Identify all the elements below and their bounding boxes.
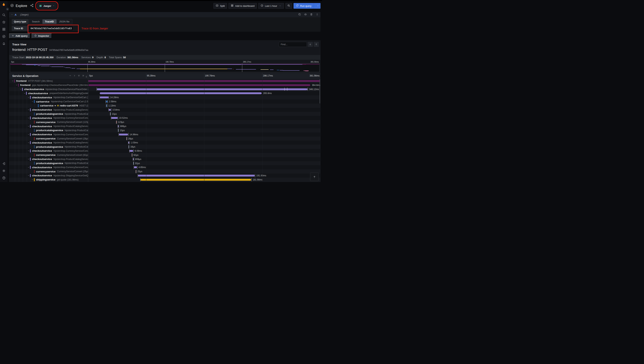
span-bar-cell[interactable]: 10.52ms [88,116,320,120]
chevron-down-icon[interactable] [27,117,30,119]
span-duration-bar[interactable] [109,109,111,111]
run-query-caret[interactable] [315,3,320,9]
add-to-dashboard-button[interactable]: Add to dashboard [229,3,257,9]
span-bar-cell[interactable]: 1.03ms [88,140,320,145]
chevron-down-icon[interactable] [27,174,30,176]
span-name-cell[interactable]: productcatalogservicehipstershop.Product… [9,112,88,116]
span-row[interactable]: checkoutservicehipstershop.ProductCatalo… [9,157,320,161]
span-bar-cell[interactable]: 886μs [88,124,320,128]
chevron-down-icon[interactable] [23,92,26,94]
tab-traceid[interactable]: TraceID [43,20,57,24]
add-query-button[interactable]: Add query [9,33,30,38]
span-bar-cell[interactable]: 364.6ms [88,83,320,87]
span-name-cell[interactable]: checkoutservicehipstershop.ProductCatalo… [9,124,88,128]
disable-query-eye-icon[interactable] [304,13,307,16]
span-row[interactable]: checkoutservicehipstershop.ShippingServi… [9,174,320,178]
span-name-cell[interactable]: checkoutservicehipstershop.CurrencyServi… [9,149,88,153]
span-bar-cell[interactable]: 16μs [88,145,320,149]
span-name-cell[interactable]: currencyserviceCurrencyService/Convert (… [9,120,88,124]
span-name-cell[interactable]: cartserviceredis-cart:6379HGET (1.13ms) [9,104,88,108]
timeline-minimap[interactable]: 0μs95.39ms190.78ms286.17ms381.56ms [10,61,320,72]
sidebar-item-star star-icon[interactable] [0,19,8,26]
span-bar-cell[interactable]: 28μs [88,136,320,141]
span-row[interactable]: currencyserviceCurrencyService/Convert (… [9,120,320,124]
trace-id-input[interactable] [29,26,74,31]
span-name-cell[interactable]: checkoutserviceprepareOrderItemsAndShipp… [9,91,88,95]
span-duration-bar[interactable] [89,84,310,86]
span-name-cell[interactable]: frontendgrpc.hipstershop.CheckoutService… [9,83,88,87]
span-row[interactable]: shippingserviceget-quote (181.98ms)181.9… [9,178,320,182]
inspector-button[interactable]: Inspector [32,33,52,38]
span-duration-bar[interactable] [97,88,308,90]
span-row[interactable]: frontendgrpc.hipstershop.CheckoutService… [9,83,320,87]
tab-search[interactable]: Search [29,20,42,24]
span-name-cell[interactable]: checkoutservicehipstershop.CheckoutServi… [9,87,88,92]
span-name-cell[interactable]: currencyserviceCurrencyService/Convert (… [9,170,88,174]
span-bar-cell[interactable]: 4.65ms [88,165,320,170]
span-row[interactable]: productcatalogservicehipstershop.Product… [9,128,320,132]
span-name-cell[interactable]: checkoutservicehipstershop.ProductCatalo… [9,157,88,161]
span-bar-cell[interactable]: 346.12ms [88,87,320,92]
span-bar-cell[interactable]: 13μs [88,128,320,132]
span-name-cell[interactable]: cartservicehipstershop.CartService/GetCa… [9,100,88,104]
find-prev-button[interactable] [314,42,319,47]
sidebar-item-bell bell-icon[interactable] [0,40,8,47]
span-name-cell[interactable]: currencyserviceCurrencyService/Convert (… [9,153,88,157]
span-bar-cell[interactable]: 1.13ms [88,104,320,108]
span-row[interactable]: currencyserviceCurrencyService/Convert (… [9,153,320,157]
share-icon[interactable] [30,4,34,8]
span-bar-cell[interactable]: 32μs [88,161,320,166]
sidebar-expand-button[interactable]: > [6,7,10,11]
span-row[interactable]: productcatalogservicehipstershop.Product… [9,112,320,116]
span-duration-bar[interactable] [100,96,109,98]
span-duration-bar[interactable] [100,92,262,94]
span-row[interactable]: cartserviceredis-cart:6379HGET (1.13ms)1… [9,104,320,108]
minimap-canvas[interactable] [10,63,320,72]
collapse-one-icon[interactable] [69,74,72,78]
span-duration-bar[interactable] [134,166,137,168]
span-bar-cell[interactable]: 62μs [88,153,320,157]
chevron-down-icon[interactable] [11,80,14,82]
span-bar-cell[interactable]: 6.08ms [88,149,320,153]
span-duration-bar[interactable] [138,175,255,176]
span-row[interactable]: cartservicehipstershop.CartService/GetCa… [9,100,320,104]
span-bar-cell[interactable]: 2.58ms [88,100,320,104]
span-row[interactable]: currencyserviceCurrencyService/Convert (… [9,170,320,174]
span-duration-bar[interactable] [119,134,128,136]
find-next-button[interactable] [308,42,313,47]
span-bar-cell[interactable]: 123μs [88,120,320,124]
span-row[interactable]: checkoutservicehipstershop.ProductCatalo… [9,108,320,112]
span-name-cell[interactable]: checkoutservicehipstershop.CurrencyServi… [9,132,88,136]
span-bar-cell[interactable]: 3.54ms [88,108,320,112]
span-bar-cell[interactable]: 14.96ms [88,132,320,136]
sidebar-item-search search-icon[interactable] [0,12,8,18]
span-bar-cell[interactable]: 265.8ms [88,91,320,95]
chevron-down-icon[interactable] [27,158,30,160]
span-name-cell[interactable]: checkoutservicehipstershop.ProductCatalo… [9,140,88,145]
column-resizer[interactable] [86,76,87,78]
span-name-cell[interactable]: checkoutservicehipstershop.CartService/G… [9,95,88,100]
span-duration-bar[interactable] [130,150,133,152]
scroll-to-top-button[interactable] [310,172,319,181]
chevron-down-icon[interactable] [27,142,30,144]
span-name-cell[interactable]: currencyserviceCurrencyService/Convert (… [9,136,88,141]
span-row[interactable]: currencyserviceCurrencyService/Convert (… [9,136,320,141]
span-row[interactable]: checkoutservicehipstershop.CartService/G… [9,95,320,100]
span-duration-bar[interactable] [106,100,108,102]
query-row-header[interactable]: A (Jaeger) [9,12,320,17]
run-query-button[interactable]: Run query [294,3,320,9]
tab-json-file[interactable]: JSON file [57,20,72,24]
chevron-down-icon[interactable] [15,84,18,86]
time-range-picker[interactable]: Last 1 hour [258,3,284,9]
span-row[interactable]: checkoutservicehipstershop.CurrencyServi… [9,165,320,170]
grafana-logo[interactable] [1,2,6,7]
span-row[interactable]: checkoutservicehipstershop.ProductCatalo… [9,140,320,145]
sidebar-item-settings settings-icon[interactable] [0,167,8,174]
expand-one-icon[interactable] [73,74,76,78]
chevron-down-icon[interactable] [27,166,30,168]
span-name-cell[interactable]: checkoutservicehipstershop.ProductCatalo… [9,108,88,112]
chevron-down-icon[interactable] [27,109,30,111]
span-row[interactable]: checkoutservicehipstershop.CheckoutServi… [9,87,320,92]
span-bar-cell[interactable]: 191.93ms [88,174,320,178]
chevron-down-icon[interactable] [27,125,30,127]
